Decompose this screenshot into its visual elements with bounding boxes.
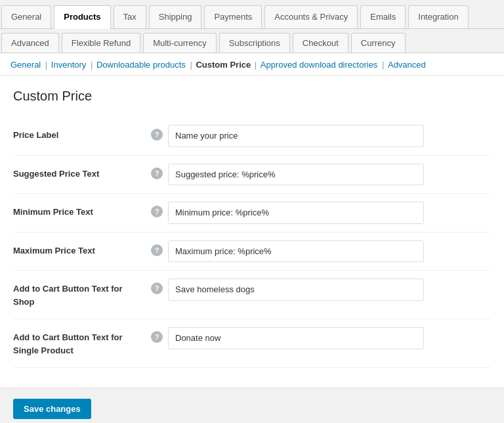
sub-navigation: General | Inventory | Downloadable produ… bbox=[0, 53, 504, 76]
tab-multi-currency[interactable]: Multi-currency bbox=[143, 33, 217, 53]
subnav-general[interactable]: General bbox=[10, 60, 41, 70]
tab-accounts-privacy[interactable]: Accounts & Privacy bbox=[264, 5, 358, 28]
tab-integration[interactable]: Integration bbox=[408, 5, 468, 28]
subnav-inventory[interactable]: Inventory bbox=[51, 60, 86, 70]
subnav-approved-download[interactable]: Approved download directories bbox=[261, 60, 378, 70]
primary-tab-bar: General Products Tax Shipping Payments A… bbox=[0, 0, 504, 29]
help-icon-minimum-price-text[interactable]: ? bbox=[151, 206, 163, 217]
settings-form: Price Label?Suggested Price Text?Minimum… bbox=[13, 117, 491, 368]
footer-bar: Save changes bbox=[0, 388, 504, 423]
form-row-add-to-cart-single: Add to Cart Button Text for Single Produ… bbox=[13, 319, 491, 368]
tab-flexible-refund[interactable]: Flexible Refund bbox=[62, 33, 140, 53]
tab-general[interactable]: General bbox=[1, 5, 51, 28]
tab-emails[interactable]: Emails bbox=[360, 5, 406, 28]
help-icon-maximum-price-text[interactable]: ? bbox=[151, 244, 163, 256]
tab-payments[interactable]: Payments bbox=[204, 5, 262, 28]
form-row-maximum-price-text: Maximum Price Text? bbox=[13, 232, 491, 271]
field-label-minimum-price-text: Minimum Price Text bbox=[13, 194, 144, 233]
field-label-suggested-price-text: Suggested Price Text bbox=[13, 155, 144, 194]
input-maximum-price-text[interactable] bbox=[168, 240, 424, 263]
input-suggested-price-text[interactable] bbox=[168, 164, 424, 186]
form-row-price-label: Price Label? bbox=[13, 117, 491, 155]
tab-currency[interactable]: Currency bbox=[351, 33, 406, 53]
field-label-price-label: Price Label bbox=[13, 117, 144, 155]
subnav-downloadable-products[interactable]: Downloadable products bbox=[96, 60, 186, 70]
field-label-add-to-cart-single: Add to Cart Button Text for Single Produ… bbox=[13, 319, 144, 368]
help-icon-add-to-cart-shop[interactable]: ? bbox=[151, 282, 163, 294]
subnav-custom-price-current: Custom Price bbox=[196, 60, 251, 70]
field-label-add-to-cart-shop: Add to Cart Button Text for Shop bbox=[13, 271, 144, 319]
input-add-to-cart-single[interactable] bbox=[168, 327, 424, 349]
input-price-label[interactable] bbox=[168, 125, 424, 147]
secondary-tab-bar: Advanced Flexible Refund Multi-currency … bbox=[0, 29, 504, 53]
field-label-maximum-price-text: Maximum Price Text bbox=[13, 232, 144, 271]
tab-tax[interactable]: Tax bbox=[114, 5, 146, 28]
tab-advanced[interactable]: Advanced bbox=[1, 33, 59, 53]
subnav-advanced[interactable]: Advanced bbox=[388, 60, 426, 70]
help-icon-suggested-price-text[interactable]: ? bbox=[151, 167, 163, 179]
tab-shipping[interactable]: Shipping bbox=[149, 5, 202, 28]
save-changes-button[interactable]: Save changes bbox=[13, 399, 91, 419]
input-minimum-price-text[interactable] bbox=[168, 202, 424, 224]
form-row-add-to-cart-shop: Add to Cart Button Text for Shop? bbox=[13, 271, 491, 319]
page-title: Custom Price bbox=[13, 89, 491, 104]
tab-subscriptions[interactable]: Subscriptions bbox=[219, 33, 290, 53]
main-content: Custom Price Price Label?Suggested Price… bbox=[0, 76, 504, 388]
tab-products[interactable]: Products bbox=[54, 5, 110, 29]
form-row-minimum-price-text: Minimum Price Text? bbox=[13, 194, 491, 233]
help-icon-add-to-cart-single[interactable]: ? bbox=[151, 331, 163, 343]
input-add-to-cart-shop[interactable] bbox=[168, 278, 424, 301]
form-row-suggested-price-text: Suggested Price Text? bbox=[13, 155, 491, 194]
tab-checkout[interactable]: Checkout bbox=[293, 33, 348, 53]
help-icon-price-label[interactable]: ? bbox=[151, 129, 163, 141]
